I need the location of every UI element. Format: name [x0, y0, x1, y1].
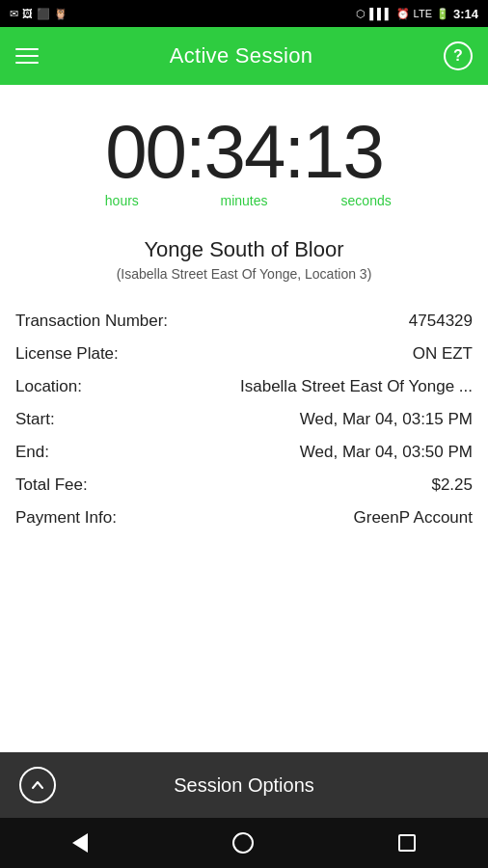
hamburger-line-2 [15, 55, 39, 57]
minutes-label: minutes [205, 193, 283, 208]
bottom-section: Session Options [0, 752, 488, 868]
detail-value-3: Wed, Mar 04, 03:15 PM [300, 410, 473, 429]
android-nav-bar [0, 818, 488, 868]
detail-value-5: $2.25 [431, 475, 473, 495]
status-icons-right: ⬡ ▌▌▌ ⏰ LTE 🔋 3:14 [356, 7, 478, 21]
detail-label-1: License Plate: [15, 344, 119, 364]
hamburger-line-3 [15, 62, 39, 64]
help-label: ? [453, 47, 463, 65]
table-row: License Plate:ON EZT [15, 338, 473, 370]
session-options-button[interactable]: Session Options [0, 752, 488, 818]
signal-icon: ▌▌▌ [369, 8, 392, 19]
photo-icon: 🖼 [22, 8, 33, 19]
timer-value: 00:34:13 [105, 114, 383, 189]
hours-label: hours [83, 193, 160, 208]
alarm-icon: ⏰ [396, 8, 410, 20]
lte-icon: LTE [414, 8, 432, 19]
home-button[interactable] [232, 832, 254, 854]
location-name: Yonge South of Bloor [117, 237, 372, 262]
detail-value-6: GreenP Account [354, 508, 474, 528]
detail-value-4: Wed, Mar 04, 03:50 PM [300, 443, 473, 462]
table-row: Payment Info:GreenP Account [15, 502, 473, 534]
menu-button[interactable] [15, 48, 39, 64]
owl-icon: 🦉 [54, 8, 68, 20]
hamburger-line-1 [15, 48, 39, 50]
battery-icon: 🔋 [436, 8, 449, 20]
detail-label-6: Payment Info: [15, 508, 117, 528]
app-bar: Active Session ? [0, 27, 488, 85]
session-options-label: Session Options [71, 774, 417, 797]
chevron-up-icon [19, 767, 56, 803]
recents-button[interactable] [398, 834, 416, 852]
seconds-label: seconds [328, 193, 405, 208]
table-row: Transaction Number:4754329 [15, 305, 473, 338]
table-row: Total Fee:$2.25 [15, 469, 473, 502]
details-table: Transaction Number:4754329License Plate:… [0, 305, 488, 534]
home-icon [232, 832, 254, 854]
back-button[interactable] [72, 833, 88, 853]
timer-display: 00:34:13 [105, 114, 383, 189]
detail-value-2: Isabella Street East Of Yonge ... [240, 377, 473, 396]
detail-label-0: Transaction Number: [15, 312, 168, 331]
detail-label-4: End: [15, 443, 49, 462]
status-time: 3:14 [453, 7, 478, 21]
location-section: Yonge South of Bloor (Isabella Street Ea… [117, 237, 372, 282]
detail-label-3: Start: [15, 410, 55, 429]
status-bar: ✉ 🖼 ⬛ 🦉 ⬡ ▌▌▌ ⏰ LTE 🔋 3:14 [0, 0, 488, 27]
table-row: Location:Isabella Street East Of Yonge .… [15, 370, 473, 403]
detail-label-2: Location: [15, 377, 82, 396]
table-row: End:Wed, Mar 04, 03:50 PM [15, 436, 473, 469]
detail-label-5: Total Fee: [15, 475, 88, 495]
main-content: 00:34:13 hours minutes seconds Yonge Sou… [0, 85, 488, 752]
help-button[interactable]: ? [444, 41, 473, 70]
bluetooth-icon: ⬡ [356, 8, 366, 20]
gmail-icon: ✉ [10, 8, 18, 20]
status-icons-left: ✉ 🖼 ⬛ 🦉 [10, 8, 68, 20]
app-title: Active Session [170, 43, 313, 68]
back-arrow-icon [72, 833, 88, 853]
recents-icon [398, 834, 416, 852]
table-row: Start:Wed, Mar 04, 03:15 PM [15, 403, 473, 436]
detail-value-1: ON EZT [413, 344, 473, 364]
location-subtitle: (Isabella Street East Of Yonge, Location… [117, 266, 372, 282]
detail-value-0: 4754329 [409, 312, 473, 331]
timer-labels: hours minutes seconds [61, 193, 427, 208]
bb-icon: ⬛ [37, 8, 50, 20]
